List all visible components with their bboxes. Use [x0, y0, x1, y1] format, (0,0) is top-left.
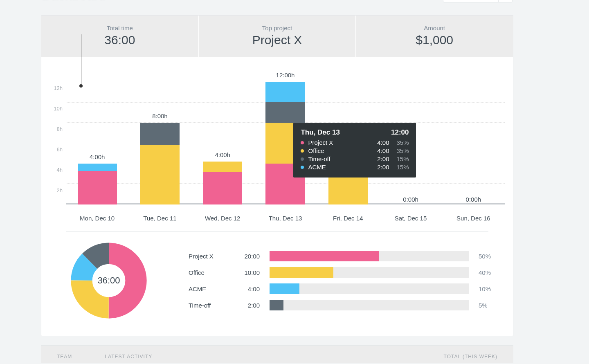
tooltip-row: Project X4:0035%: [301, 139, 409, 146]
col-team: TEAM: [57, 354, 72, 360]
tooltip-series-time: 4:00: [372, 139, 389, 146]
x-tick-label: Wed, Dec 12: [191, 215, 254, 222]
x-tick-label: Thu, Dec 13: [254, 215, 317, 222]
bar-slot[interactable]: 4:00h: [191, 82, 254, 204]
col-latest: LATEST ACTIVITY: [105, 354, 152, 360]
stat-label: Amount: [356, 25, 513, 31]
breakdown-pct: 40%: [479, 269, 497, 276]
bar-segment: [265, 102, 305, 123]
breakdown-bar-fill: [270, 267, 333, 278]
breakdown-time: 4:00: [239, 285, 260, 292]
y-tick-label: 10h: [49, 106, 63, 112]
range-select[interactable]: This week: [443, 0, 484, 2]
project-breakdown: 36:00 Project X20:0050%Office10:0040%ACM…: [41, 242, 513, 336]
team-section-header: TEAM LATEST ACTIVITY TOTAL (THIS WEEK): [41, 345, 513, 363]
y-tick-label: 4h: [49, 167, 63, 173]
section-divider: [66, 231, 488, 232]
stat-label: Total time: [41, 25, 198, 31]
x-tick-label: Tue, Dec 11: [128, 215, 191, 222]
bar-stack: 4:00h: [203, 162, 242, 204]
callout-pointer-line: [81, 34, 81, 86]
breakdown-name: ACME: [189, 285, 229, 292]
breakdown-pct: 5%: [479, 302, 497, 309]
breakdown-name: Time-off: [189, 302, 229, 309]
breakdown-bar: [270, 283, 469, 294]
bar-segment: [140, 145, 180, 204]
chart-tooltip: Thu, Dec 13 12:00 Project X4:0035%Office…: [293, 123, 416, 178]
bar-stack: 8:00h: [140, 123, 180, 204]
donut-total: 36:00: [70, 242, 148, 319]
tooltip-series-name: Project X: [308, 139, 368, 146]
bar-segment: [78, 171, 117, 205]
stat-total-time: Total time 36:00: [41, 16, 199, 57]
stat-top-project: Top project Project X: [199, 16, 356, 57]
date-range-controls: This week: [443, 0, 513, 2]
breakdown-pct: 50%: [479, 253, 497, 260]
tooltip-title: Thu, Dec 13: [301, 128, 339, 137]
x-tick-label: Fri, Dec 14: [317, 215, 379, 222]
breakdown-bar-fill: [270, 300, 283, 310]
next-range-button[interactable]: [498, 0, 512, 2]
bar-total-label: 12:00h: [276, 72, 295, 79]
breakdown-time: 2:00: [239, 302, 260, 309]
x-tick-label: Mon, Dec 10: [66, 215, 128, 222]
breakdown-time: 10:00: [239, 269, 260, 276]
stat-value: Project X: [199, 33, 356, 47]
tooltip-series-name: Office: [308, 147, 368, 154]
y-tick-label: 6h: [49, 146, 63, 153]
legend-dot-icon: [301, 157, 304, 161]
breakdown-name: Project X: [189, 253, 229, 260]
breakdown-name: Office: [189, 269, 229, 276]
breakdown-pct: 10%: [479, 285, 497, 292]
tooltip-series-time: 4:00: [372, 147, 389, 154]
bar-slot[interactable]: 0:00h: [442, 82, 505, 204]
legend-dot-icon: [301, 141, 304, 144]
breakdown-row: ACME4:0010%: [189, 283, 497, 294]
y-tick-label: 12h: [49, 85, 63, 91]
bar-total-label: 4:00h: [215, 151, 230, 158]
bar-slot[interactable]: 4:00h: [66, 82, 128, 204]
tooltip-row: Time-off2:0015%: [301, 155, 409, 162]
tooltip-series-name: ACME: [308, 164, 368, 171]
bar-segment: [203, 172, 242, 204]
breakdown-bar: [270, 267, 469, 278]
x-tick-label: Sat, Dec 15: [379, 215, 442, 222]
breakdown-row: Office10:0040%: [189, 267, 497, 278]
bar-slot[interactable]: 8:00h: [128, 82, 191, 204]
tooltip-series-pct: 15%: [393, 164, 409, 171]
bar-total-label: 0:00h: [466, 196, 481, 203]
breakdown-row: Time-off2:005%: [189, 300, 497, 310]
bar-total-label: 8:00h: [152, 112, 168, 119]
tooltip-series-time: 2:00: [372, 164, 389, 171]
y-tick-label: 2h: [49, 187, 63, 193]
col-total: TOTAL (THIS WEEK): [444, 354, 497, 360]
bar-total-label: 0:00h: [403, 196, 418, 203]
stat-label: Top project: [199, 25, 356, 31]
tooltip-row: Office4:0035%: [301, 147, 409, 154]
bar-segment: [78, 164, 117, 171]
bar-segment: [203, 162, 242, 172]
stat-amount: Amount $1,000: [356, 16, 513, 57]
bar-segment: [140, 123, 180, 145]
donut-chart: 36:00: [70, 242, 148, 319]
stats-row: Total time 36:00 Top project Project X A…: [41, 16, 513, 57]
breakdown-bar: [270, 300, 469, 310]
breakdown-time: 20:00: [239, 253, 260, 260]
legend-dot-icon: [301, 166, 304, 169]
breakdown-row: Project X20:0050%: [189, 251, 497, 261]
bar-total-label: 4:00h: [90, 153, 105, 160]
y-tick-label: 8h: [49, 126, 63, 132]
stat-value: $1,000: [356, 33, 513, 47]
tooltip-total: 12:00: [391, 128, 409, 137]
tooltip-series-pct: 35%: [393, 139, 409, 146]
x-tick-label: Sun, Dec 16: [442, 215, 505, 222]
bar-stack: 4:00h: [78, 164, 117, 204]
tooltip-series-pct: 35%: [393, 147, 409, 154]
tooltip-row: ACME2:0015%: [301, 164, 409, 171]
tooltip-series-time: 2:00: [372, 155, 389, 162]
tooltip-series-pct: 15%: [393, 155, 409, 162]
dashboard-card: Total time 36:00 Top project Project X A…: [41, 15, 513, 336]
legend-dot-icon: [301, 149, 304, 153]
stat-value: 36:00: [41, 33, 198, 47]
prev-range-button[interactable]: [484, 0, 498, 2]
